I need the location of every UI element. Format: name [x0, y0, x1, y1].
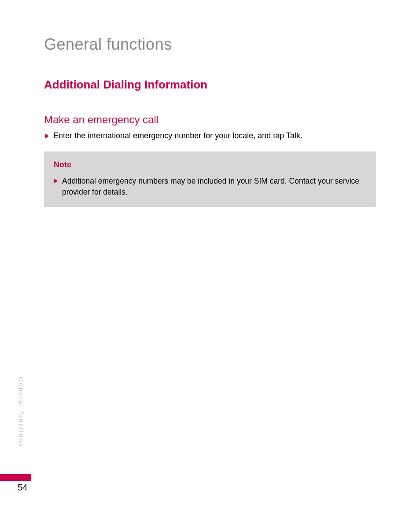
triangle-bullet-icon — [45, 133, 49, 139]
note-bullet-item: Additional emergency numbers may be incl… — [54, 176, 366, 197]
footer-accent-bar — [0, 474, 31, 481]
bullet-text: Enter the international emergency number… — [53, 131, 302, 140]
note-box: Note Additional emergency numbers may be… — [44, 151, 376, 207]
chapter-title: General functions — [44, 35, 376, 54]
note-bullet-text: Additional emergency numbers may be incl… — [62, 176, 366, 197]
page-number: 54 — [18, 483, 27, 493]
subsection-title: Make an emergency call — [44, 114, 376, 126]
side-section-label: General functions — [18, 377, 25, 448]
section-title: Additional Dialing Information — [44, 78, 376, 92]
note-label: Note — [54, 160, 366, 170]
bullet-item: Enter the international emergency number… — [44, 131, 376, 140]
triangle-bullet-icon — [54, 178, 58, 184]
